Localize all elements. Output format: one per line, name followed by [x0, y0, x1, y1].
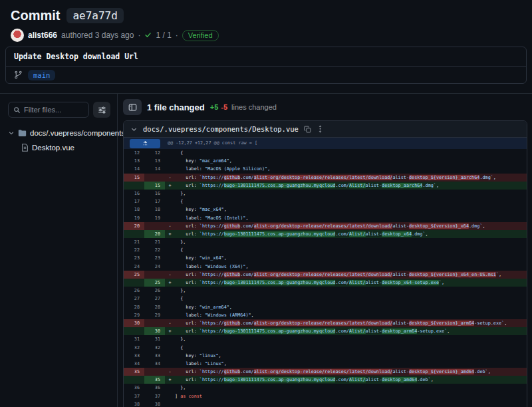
word-diff-segment: Alist/ [349, 377, 366, 382]
old-line-number[interactable]: 14 [124, 165, 144, 173]
new-line-number[interactable]: 25 [144, 279, 165, 287]
code-line: url: `https://bugo-1301111475.cos.ap-gua… [175, 182, 527, 190]
old-line-number[interactable] [124, 327, 144, 335]
new-line-number[interactable]: 27 [144, 295, 165, 303]
old-line-number[interactable]: 16 [124, 190, 144, 198]
old-line-number[interactable]: 15 [124, 174, 144, 182]
expand-up-button[interactable] [130, 139, 160, 148]
filter-files-input[interactable] [24, 106, 84, 114]
copy-path-icon[interactable] [304, 126, 311, 133]
old-line-number[interactable]: 17 [124, 198, 144, 205]
old-line-number[interactable]: 24 [124, 263, 144, 271]
word-diff-segment: desktop_${version}_arm64 [409, 321, 474, 326]
diff-row-addition: 25+ url: `https://bugo-1301111475.cos.ap… [124, 279, 527, 287]
file-path[interactable]: docs/.vuepress/components/Desktop.vue [143, 125, 299, 133]
old-line-number[interactable] [124, 230, 144, 238]
old-line-number[interactable]: 23 [124, 254, 144, 262]
old-line-number[interactable]: 12 [124, 149, 144, 157]
new-line-number[interactable]: 14 [144, 165, 165, 173]
new-line-number[interactable]: 37 [144, 392, 165, 400]
new-line-number[interactable]: 32 [144, 344, 165, 352]
old-line-number[interactable]: 20 [124, 222, 144, 230]
old-line-number[interactable]: 35 [124, 368, 144, 376]
new-line-number[interactable]: 31 [144, 335, 165, 343]
new-line-number[interactable]: 34 [144, 360, 165, 368]
old-line-number[interactable]: 32 [124, 344, 144, 352]
new-line-number[interactable]: 22 [144, 246, 165, 254]
branch-label[interactable]: main [28, 70, 55, 80]
toggle-file-tree-button[interactable] [123, 99, 142, 115]
tree-options-button[interactable] [93, 102, 110, 118]
new-line-number[interactable]: 33 [144, 352, 165, 360]
old-line-number[interactable]: 19 [124, 214, 144, 222]
code-segment: "MacOS (Apple Silicon)" [205, 166, 267, 172]
diff-marker [165, 149, 175, 157]
diff-row-context: 3131 }, [124, 335, 527, 343]
tree-folder-row[interactable]: docs/.vuepress/components [8, 126, 110, 140]
new-line-number[interactable]: 35 [144, 376, 165, 384]
tree-file-row[interactable]: Desktop.vue [8, 140, 110, 155]
new-line-number[interactable]: 17 [144, 198, 165, 205]
old-line-number[interactable]: 18 [124, 205, 144, 213]
old-line-number[interactable]: 34 [124, 360, 144, 368]
new-line-number[interactable]: 18 [144, 205, 165, 213]
code-segment: .com/ [335, 377, 348, 382]
code-line: url: `https://bugo-1301111475.cos.ap-gua… [175, 327, 527, 335]
diff-marker [165, 198, 175, 205]
new-line-number[interactable]: 19 [144, 214, 165, 222]
old-line-number[interactable]: 38 [124, 400, 144, 407]
code-line: { [175, 198, 527, 205]
new-line-number[interactable]: 28 [144, 303, 165, 311]
new-line-number[interactable]: 21 [144, 238, 165, 246]
file-options-icon[interactable] [317, 125, 324, 133]
old-line-number[interactable]: 36 [124, 384, 144, 392]
old-line-number[interactable] [124, 279, 144, 287]
new-line-number[interactable]: 29 [144, 311, 165, 319]
old-line-number[interactable]: 21 [124, 238, 144, 246]
old-line-number[interactable] [124, 182, 144, 190]
new-line-number[interactable]: 24 [144, 263, 165, 271]
diff-row-context: 3333 key: "linux", [124, 352, 527, 360]
old-line-number[interactable]: 31 [124, 335, 144, 343]
new-line-number[interactable]: 23 [144, 254, 165, 262]
new-line-number[interactable]: 36 [144, 384, 165, 392]
new-line-number[interactable]: 30 [144, 327, 165, 335]
word-diff-segment: alist-org/desktop-release/releases/lates… [254, 369, 393, 374]
old-line-number[interactable]: 33 [124, 352, 144, 360]
old-line-number[interactable] [124, 376, 144, 384]
new-line-number[interactable] [144, 319, 165, 327]
new-line-number[interactable]: 20 [144, 230, 165, 238]
code-segment: , [229, 158, 232, 164]
diff-row-context: 2121 }, [124, 238, 527, 246]
new-line-number[interactable] [144, 368, 165, 376]
checks-count[interactable]: 1 / 1 [156, 31, 171, 40]
filter-files-field[interactable] [8, 102, 89, 118]
new-line-number[interactable]: 13 [144, 157, 165, 165]
old-line-number[interactable]: 28 [124, 303, 144, 311]
old-line-number[interactable]: 13 [124, 157, 144, 165]
new-line-number[interactable]: 26 [144, 287, 165, 295]
new-line-number[interactable]: 38 [144, 400, 165, 407]
verified-badge[interactable]: Verified [182, 30, 219, 41]
new-line-number[interactable] [144, 222, 165, 230]
new-line-number[interactable] [144, 271, 165, 279]
new-line-number[interactable]: 15 [144, 182, 165, 190]
old-line-number[interactable]: 29 [124, 311, 144, 319]
new-line-number[interactable] [144, 174, 165, 182]
old-line-number[interactable]: 37 [124, 392, 144, 400]
old-line-number[interactable]: 30 [124, 319, 144, 327]
code-segment: , [245, 264, 248, 269]
old-line-number[interactable]: 26 [124, 287, 144, 295]
collapse-file-chevron-icon[interactable] [130, 126, 138, 133]
avatar[interactable] [11, 29, 24, 42]
old-line-number[interactable]: 22 [124, 246, 144, 254]
word-diff-segment: bugo-1301111475.cos.ap-guangzhou.myqclou… [224, 183, 336, 188]
word-diff-segment: desktop_${version}_aarch64 [409, 175, 479, 180]
new-line-number[interactable]: 16 [144, 190, 165, 198]
diff-row-context: 2929 label: "Windows (ARM64)", [124, 311, 527, 319]
old-line-number[interactable]: 27 [124, 295, 144, 303]
old-line-number[interactable]: 25 [124, 271, 144, 279]
new-line-number[interactable]: 12 [144, 149, 165, 157]
author-login[interactable]: alist666 [28, 31, 57, 40]
code-line: key: "win_arm64", [175, 303, 527, 311]
